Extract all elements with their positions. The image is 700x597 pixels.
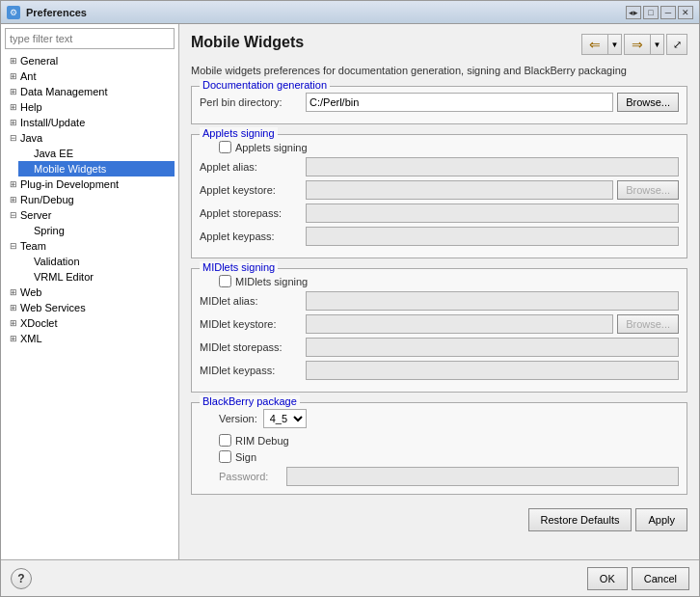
sidebar-item-xdoclet[interactable]: ⊞ XDoclet — [5, 315, 175, 331]
version-row: Version: 4_5 4_6 5_0 — [219, 409, 679, 428]
window-title: Preferences — [26, 7, 87, 18]
password-row: Password: — [219, 467, 679, 486]
restore-button[interactable]: ◂▸ — [626, 6, 641, 19]
close-button[interactable]: ✕ — [678, 6, 693, 19]
cancel-button[interactable]: Cancel — [632, 567, 689, 590]
midlet-keystore-input[interactable] — [306, 314, 613, 334]
expander-web: ⊞ — [7, 285, 20, 299]
applet-alias-row: Applet alias: — [200, 157, 679, 176]
expander-ant: ⊞ — [7, 69, 20, 83]
server-children: Spring — [5, 223, 175, 238]
back-icon[interactable]: ⇐ — [581, 34, 608, 55]
perl-bin-browse-button[interactable]: Browse... — [617, 93, 679, 112]
expander-xdoclet: ⊞ — [7, 316, 20, 330]
sidebar-item-spring[interactable]: Spring — [18, 223, 175, 238]
expander-spring — [20, 224, 34, 237]
password-label: Password: — [219, 471, 286, 482]
java-children: Java EE Mobile Widgets — [5, 146, 175, 176]
applet-alias-label: Applet alias: — [200, 161, 306, 173]
sidebar-item-run-debug[interactable]: ⊞ Run/Debug — [5, 192, 175, 207]
sidebar-item-team[interactable]: ⊟ Team — [5, 238, 175, 254]
midlet-storepass-input[interactable] — [306, 338, 679, 357]
main-content: ⊞ General ⊞ Ant ⊞ Data Management ⊞ Help… — [1, 24, 699, 559]
sidebar-item-install-update[interactable]: ⊞ Install/Update — [5, 115, 175, 130]
sidebar-item-server[interactable]: ⊟ Server — [5, 207, 175, 223]
applets-signing-checkbox[interactable] — [219, 141, 231, 153]
rim-debug-checkbox[interactable] — [219, 434, 231, 447]
title-bar-left: ⚙ Preferences — [7, 6, 87, 19]
sidebar-item-mobile-widgets[interactable]: Mobile Widgets — [18, 161, 175, 176]
expander-mobile-widgets — [20, 162, 34, 176]
ok-button[interactable]: OK — [587, 567, 628, 590]
panel-title: Mobile Widgets — [191, 34, 304, 51]
expander-validation — [20, 255, 34, 268]
sidebar-item-general[interactable]: ⊞ General — [5, 53, 175, 68]
sidebar-item-web[interactable]: ⊞ Web — [5, 285, 175, 300]
midlets-signing-legend: MIDlets signing — [200, 261, 278, 273]
midlet-alias-label: MIDlet alias: — [200, 295, 306, 307]
midlet-storepass-row: MIDlet storepass: — [200, 338, 679, 357]
forward-icon[interactable]: ⇒ — [624, 34, 651, 55]
ok-cancel-buttons: OK Cancel — [587, 567, 689, 590]
forward-dropdown-arrow[interactable]: ▼ — [651, 34, 664, 55]
restore-apply-bar: Restore Defaults Apply — [191, 508, 687, 531]
sidebar-item-web-services[interactable]: ⊞ Web Services — [5, 300, 175, 315]
sidebar-item-vrml-editor[interactable]: VRML Editor — [18, 269, 175, 285]
blackberry-legend: BlackBerry package — [200, 395, 300, 407]
applet-storepass-label: Applet storepass: — [200, 207, 306, 219]
applets-signing-section: Applets signing Applets signing Applet a… — [191, 134, 687, 258]
help-button[interactable]: ? — [11, 568, 32, 589]
midlet-alias-input[interactable] — [306, 291, 679, 311]
midlet-keypass-label: MIDlet keypass: — [200, 365, 306, 376]
applet-keystore-browse-button[interactable]: Browse... — [617, 180, 679, 200]
nav-back-combo[interactable]: ⇐ ▼ — [581, 34, 622, 55]
midlet-alias-row: MIDlet alias: — [200, 291, 679, 311]
bottom-bar: ? OK Cancel — [1, 559, 699, 596]
perl-bin-input[interactable] — [306, 93, 613, 112]
sidebar-item-java-ee[interactable]: Java EE — [18, 146, 175, 161]
expander-data-management: ⊞ — [7, 85, 20, 98]
applet-keypass-input[interactable] — [306, 227, 679, 246]
sidebar-item-xml[interactable]: ⊞ XML — [5, 331, 175, 346]
sign-checkbox[interactable] — [219, 450, 231, 463]
applet-keystore-input[interactable] — [306, 180, 613, 200]
midlet-keystore-browse-button[interactable]: Browse... — [617, 314, 679, 334]
sidebar-item-data-management[interactable]: ⊞ Data Management — [5, 84, 175, 99]
filter-input[interactable] — [5, 28, 175, 49]
applet-storepass-row: Applet storepass: — [200, 204, 679, 223]
password-input[interactable] — [286, 467, 679, 486]
applet-storepass-input[interactable] — [306, 204, 679, 223]
midlet-keystore-label: MIDlet keystore: — [200, 318, 306, 330]
rim-debug-label: RIM Debug — [235, 435, 289, 447]
expander-general: ⊞ — [7, 54, 20, 68]
version-select[interactable]: 4_5 4_6 5_0 — [263, 409, 307, 428]
title-bar-buttons: ◂▸ □ ─ ✕ — [626, 6, 693, 19]
restore-defaults-button[interactable]: Restore Defaults — [528, 508, 633, 531]
doc-generation-legend: Documentation generation — [200, 79, 330, 91]
back-dropdown-arrow[interactable]: ▼ — [608, 34, 622, 55]
sidebar-item-help[interactable]: ⊞ Help — [5, 99, 175, 115]
applet-keystore-label: Applet keystore: — [200, 184, 306, 196]
midlets-signing-checkbox[interactable] — [219, 275, 231, 287]
midlet-keypass-input[interactable] — [306, 361, 679, 380]
sidebar-item-validation[interactable]: Validation — [18, 254, 175, 269]
applets-signing-legend: Applets signing — [200, 127, 278, 139]
minimize-button[interactable]: ─ — [660, 6, 676, 19]
sidebar-item-plugin-development[interactable]: ⊞ Plug-in Development — [5, 176, 175, 192]
sidebar: ⊞ General ⊞ Ant ⊞ Data Management ⊞ Help… — [1, 24, 179, 559]
expander-install-update: ⊞ — [7, 116, 20, 129]
midlet-storepass-label: MIDlet storepass: — [200, 341, 306, 353]
expander-vrml-editor — [20, 270, 34, 284]
maximize-button[interactable]: □ — [643, 6, 659, 19]
apply-button[interactable]: Apply — [635, 508, 687, 531]
expand-all-button[interactable]: ⤢ — [666, 34, 687, 55]
perl-bin-row: Perl bin directory: Browse... — [200, 93, 679, 112]
sidebar-item-java[interactable]: ⊟ Java — [5, 130, 175, 146]
sidebar-item-ant[interactable]: ⊞ Ant — [5, 68, 175, 84]
expander-web-services: ⊞ — [7, 301, 20, 314]
nav-forward-combo[interactable]: ⇒ ▼ — [624, 34, 664, 55]
applet-alias-input[interactable] — [306, 157, 679, 176]
applets-signing-checkbox-row: Applets signing — [219, 141, 679, 153]
expander-team: ⊟ — [7, 239, 20, 253]
applets-signing-checkbox-label: Applets signing — [235, 142, 308, 153]
